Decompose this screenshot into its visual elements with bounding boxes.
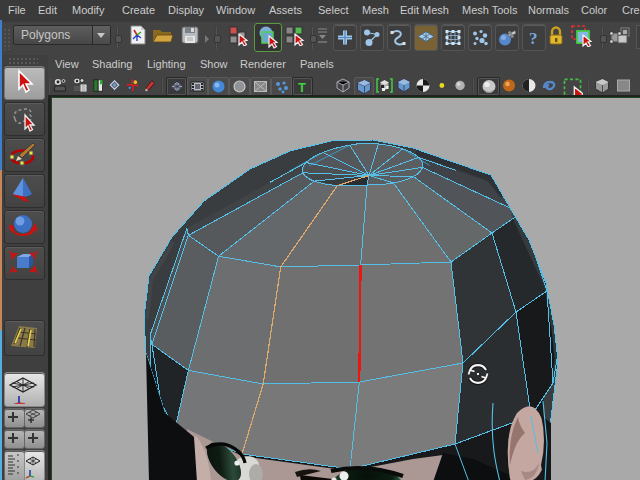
svg-text:?: ? — [529, 29, 538, 48]
svg-text:T: T — [298, 80, 306, 95]
